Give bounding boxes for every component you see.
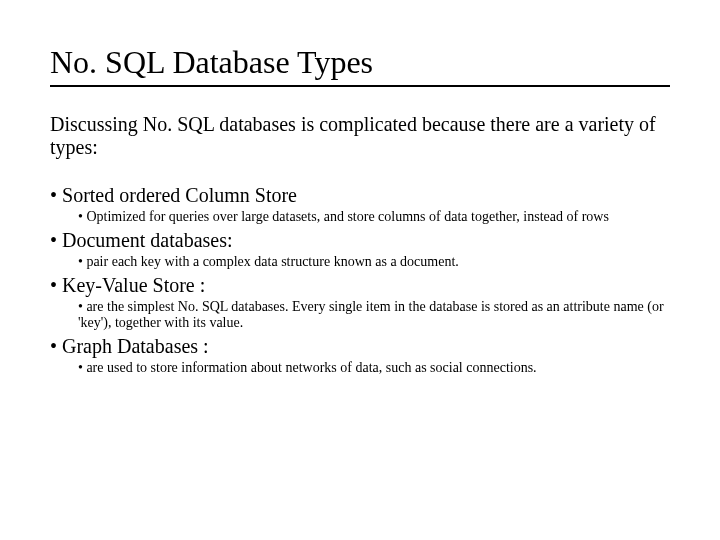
list-item: Sorted ordered Column Store <box>50 183 670 208</box>
slide: No. SQL Database Types Discussing No. SQ… <box>0 0 720 376</box>
intro-text: Discussing No. SQL databases is complica… <box>50 113 670 159</box>
list-subitem: pair each key with a complex data struct… <box>78 254 670 270</box>
list-item: Document databases: <box>50 228 670 253</box>
list-item: Graph Databases : <box>50 334 670 359</box>
list-subitem: are used to store information about netw… <box>78 360 670 376</box>
list-subitem: Optimized for queries over large dataset… <box>78 209 670 225</box>
list-item: Key-Value Store : <box>50 273 670 298</box>
title-rule <box>50 85 670 87</box>
list-subitem: are the simplest No. SQL databases. Ever… <box>78 299 670 331</box>
slide-title: No. SQL Database Types <box>50 44 670 81</box>
